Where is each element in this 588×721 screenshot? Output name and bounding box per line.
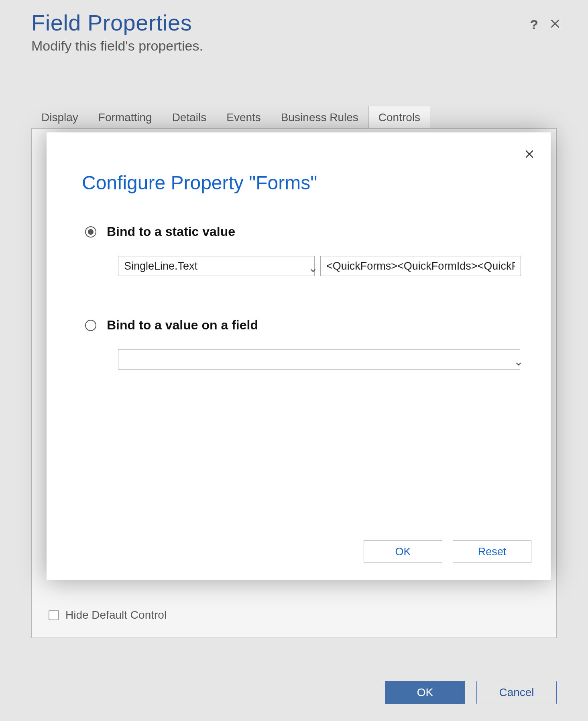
- tab-list: Display Formatting Details Events Busine…: [31, 106, 557, 129]
- static-value-input-wrap: [320, 256, 521, 276]
- page-subtitle: Modify this field's properties.: [31, 38, 557, 54]
- hide-default-label: Hide Default Control: [65, 609, 167, 621]
- field-select[interactable]: [118, 349, 520, 370]
- tab-events[interactable]: Events: [216, 106, 271, 129]
- static-type-value: SingleLine.Text: [124, 260, 197, 272]
- modal-ok-button[interactable]: OK: [364, 540, 442, 563]
- cancel-button[interactable]: Cancel: [476, 681, 557, 704]
- option-static-row: Bind to a static value: [85, 224, 527, 239]
- tab-display[interactable]: Display: [31, 106, 88, 129]
- field-value-controls: [118, 349, 527, 370]
- option-field-row: Bind to a value on a field: [85, 318, 527, 333]
- tab-business-rules[interactable]: Business Rules: [271, 106, 368, 129]
- configure-property-modal: Configure Property "Forms" Bind to a sta…: [47, 132, 551, 580]
- static-type-select[interactable]: SingleLine.Text: [118, 256, 315, 276]
- header-actions: ?: [530, 18, 561, 31]
- modal-reset-button[interactable]: Reset: [453, 540, 531, 563]
- modal-close-icon[interactable]: [524, 147, 535, 162]
- tab-details[interactable]: Details: [162, 106, 217, 129]
- bind-options: Bind to a static value SingleLine.Text B…: [85, 224, 527, 370]
- radio-bind-field[interactable]: [85, 320, 96, 331]
- static-value-input[interactable]: [326, 256, 515, 276]
- radio-bind-field-label: Bind to a value on a field: [107, 318, 258, 333]
- page-title: Field Properties: [31, 10, 557, 36]
- dialog-footer: OK Cancel: [385, 681, 557, 704]
- hide-default-checkbox[interactable]: [49, 610, 59, 620]
- hide-default-row: Hide Default Control: [49, 609, 167, 621]
- close-icon[interactable]: [549, 18, 561, 31]
- radio-bind-static[interactable]: [85, 226, 96, 238]
- ok-button[interactable]: OK: [385, 681, 465, 704]
- modal-footer: OK Reset: [364, 540, 531, 563]
- static-value-controls: SingleLine.Text: [118, 256, 527, 276]
- help-icon[interactable]: ?: [530, 18, 538, 31]
- dialog-header: Field Properties Modify this field's pro…: [31, 10, 557, 54]
- tab-formatting[interactable]: Formatting: [88, 106, 162, 129]
- tab-controls[interactable]: Controls: [368, 106, 430, 129]
- radio-bind-static-label: Bind to a static value: [107, 224, 235, 239]
- modal-title: Configure Property "Forms": [82, 172, 527, 194]
